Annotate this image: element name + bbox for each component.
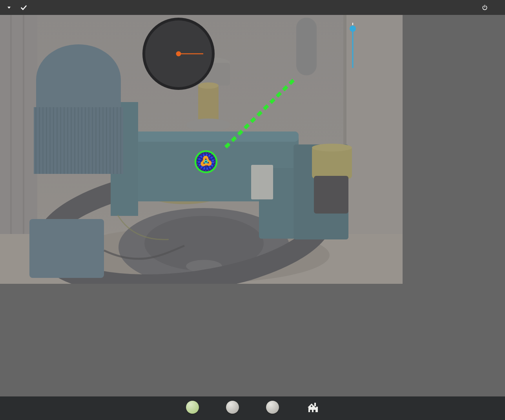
chart-x-tick [136, 332, 160, 356]
slider-handle[interactable] [350, 26, 356, 32]
chart-x-tick [69, 332, 94, 356]
water-level-slider[interactable] [348, 20, 357, 75]
bottom-navbar [0, 396, 505, 420]
nav-back-fast-button[interactable] [182, 401, 204, 416]
nav-forward-button[interactable] [262, 401, 284, 416]
home-icon [306, 402, 319, 413]
hydropower-dashboard [0, 0, 505, 420]
power-history-chart [0, 302, 204, 329]
page-title [0, 0, 505, 15]
chart-x-tick [3, 332, 27, 356]
nav-home-button[interactable] [302, 402, 324, 415]
turbine-bearing-icon [194, 150, 218, 174]
chart-x-tick [36, 332, 61, 356]
topbar [0, 0, 505, 15]
nav-back-button[interactable] [222, 401, 244, 416]
water-level-tank [296, 18, 317, 75]
chart-x-tick [103, 332, 127, 356]
power-icon[interactable] [482, 5, 488, 11]
power-gauge [142, 17, 215, 90]
plant-photo [0, 15, 403, 284]
